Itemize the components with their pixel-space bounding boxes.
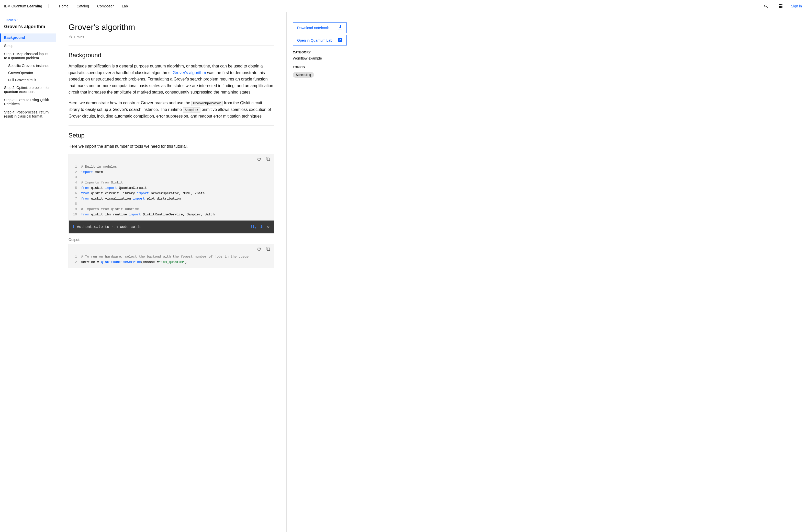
- category-value: Workflow example: [293, 56, 347, 60]
- svg-rect-5: [782, 6, 783, 7]
- svg-rect-7: [780, 7, 781, 8]
- code-lines-1: 1# Built-in modules 2import math 3 4# Im…: [69, 164, 274, 221]
- sidebar-title: Grover's algorithm: [0, 24, 56, 34]
- grover-op-code: GroverOperator: [191, 101, 223, 106]
- svg-rect-0: [779, 4, 780, 5]
- svg-rect-3: [779, 6, 780, 7]
- search-icon[interactable]: [760, 0, 772, 12]
- nav-links: Home Catalog Composer Lab: [55, 0, 760, 12]
- sidebar-item-setup[interactable]: Setup: [0, 42, 56, 50]
- code-line: 1# To run on hardware, select the backen…: [73, 254, 270, 260]
- code-block-2: 1# To run on hardware, select the backen…: [69, 244, 274, 268]
- nav-home[interactable]: Home: [55, 0, 72, 12]
- divider-2: [69, 126, 274, 126]
- external-link-icon: [338, 38, 342, 43]
- breadcrumb: Tutorials /: [0, 18, 56, 24]
- top-nav: IBM Quantum Learning Home Catalog Compos…: [0, 0, 808, 12]
- svg-rect-1: [780, 4, 781, 5]
- auth-sign-in-link[interactable]: Sign in: [251, 225, 265, 229]
- sidebar-item-background[interactable]: Background: [0, 34, 56, 42]
- sign-in-link[interactable]: Sign in: [789, 4, 804, 8]
- auth-text: Authenticate to run code cells: [77, 225, 246, 229]
- nav-composer[interactable]: Composer: [93, 0, 118, 12]
- code-line: 2import math: [73, 170, 270, 175]
- code-line: 7from qiskit.visualization import plot_d…: [73, 196, 270, 202]
- clock-icon: ⏱: [69, 35, 72, 39]
- section-background-title: Background: [69, 52, 274, 59]
- nav-actions: Sign in: [760, 0, 804, 12]
- code-line: 5from qiskit import QuantumCircuit: [73, 186, 270, 191]
- svg-rect-6: [779, 7, 780, 8]
- time-value: 1 mins: [74, 35, 84, 39]
- code-block-2-wrapper: 1# To run on hardware, select the backen…: [69, 244, 274, 268]
- sidebar-item-grover-op[interactable]: GroverOperator: [0, 69, 56, 76]
- copy-icon-2[interactable]: [265, 246, 272, 253]
- code-line: 1# Built-in modules: [73, 164, 270, 170]
- category-label: Category: [293, 51, 347, 54]
- section-setup-title: Setup: [69, 132, 274, 139]
- sampler-code: Sampler: [183, 107, 200, 113]
- background-para2: Here, we demonstrate how to construct Gr…: [69, 100, 274, 119]
- setup-desc: Here we import the small number of tools…: [69, 143, 274, 150]
- svg-rect-8: [782, 7, 783, 8]
- sidebar-item-step3[interactable]: Step 3: Execute using Qiskit Primitives.: [0, 96, 56, 108]
- code-block-1: 1# Built-in modules 2import math 3 4# Im…: [69, 154, 274, 233]
- code-block-1-header: [69, 154, 274, 164]
- svg-rect-2: [782, 4, 783, 5]
- code-line: 6from qiskit.circuit.library import Grov…: [73, 191, 270, 196]
- code-lines-2: 1# To run on hardware, select the backen…: [69, 254, 274, 268]
- divider-1: [69, 45, 274, 45]
- sidebar: Tutorials / Grover's algorithm Backgroun…: [0, 12, 56, 532]
- background-para1: Amplitude amplification is a general pur…: [69, 63, 274, 96]
- code-line: 4# Imports from Qiskit: [73, 180, 270, 186]
- grovers-link[interactable]: Grover's algorithm: [172, 71, 206, 75]
- download-icon: [338, 25, 342, 30]
- sidebar-item-step1[interactable]: Step 1: Map classical inputs to a quantu…: [0, 50, 56, 62]
- page-title: Grover's algorithm: [69, 22, 274, 32]
- download-notebook-button[interactable]: Download notebook: [293, 22, 347, 33]
- info-icon: ℹ: [73, 224, 74, 229]
- topic-tag[interactable]: Scheduling: [293, 72, 314, 78]
- brand: IBM Quantum Learning: [4, 4, 49, 8]
- sidebar-item-step4[interactable]: Step 4: Post-process, return result in c…: [0, 108, 56, 120]
- apps-icon[interactable]: [774, 0, 787, 12]
- code-line: 10from qiskit_ibm_runtime import QiskitR…: [73, 212, 270, 217]
- close-icon[interactable]: ✕: [267, 224, 270, 230]
- code-line: 3: [73, 175, 270, 180]
- layout: Tutorials / Grover's algorithm Backgroun…: [0, 12, 808, 532]
- brand-text: IBM Quantum: [4, 4, 27, 8]
- time-badge: ⏱ 1 mins: [69, 35, 274, 39]
- sidebar-item-specific[interactable]: Specific Grover's instance: [0, 62, 56, 69]
- auth-banner: ℹ Authenticate to run code cells Sign in…: [69, 221, 274, 233]
- brand-bold: Learning: [27, 4, 42, 8]
- refresh-icon-2[interactable]: [255, 246, 263, 253]
- code-line: 9# Imports from Qiskit Runtime: [73, 207, 270, 212]
- nav-lab[interactable]: Lab: [118, 0, 132, 12]
- svg-rect-4: [780, 6, 781, 7]
- open-quantum-lab-button[interactable]: Open in Quantum Lab: [293, 35, 347, 45]
- sidebar-item-full-circuit[interactable]: Full Grover circuit: [0, 76, 56, 83]
- code-block-1-wrapper: 1# Built-in modules 2import math 3 4# Im…: [69, 154, 274, 233]
- main-content: Grover's algorithm ⏱ 1 mins Background A…: [56, 12, 287, 532]
- refresh-icon[interactable]: [255, 156, 263, 163]
- nav-catalog[interactable]: Catalog: [73, 0, 93, 12]
- output-label: Output:: [69, 238, 274, 242]
- code-block-2-header: [69, 244, 274, 254]
- code-line: 2service = QiskitRuntimeService(channel=…: [73, 260, 270, 265]
- topics-label: Topics: [293, 65, 347, 69]
- breadcrumb-tutorials[interactable]: Tutorials: [4, 18, 16, 22]
- right-sidebar: Download notebook Open in Quantum Lab Ca…: [287, 12, 353, 532]
- copy-icon[interactable]: [265, 156, 272, 163]
- code-line: 8: [73, 201, 270, 207]
- sidebar-item-step2[interactable]: Step 2: Optimize problem for quantum exe…: [0, 83, 56, 96]
